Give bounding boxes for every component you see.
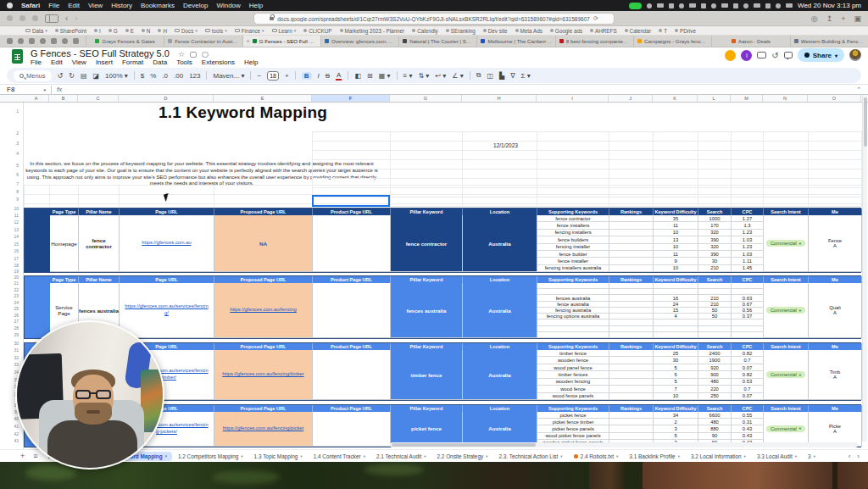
- scroll-tabs-right-icon[interactable]: ›: [857, 453, 860, 460]
- tab-overview-icon[interactable]: ▣: [854, 14, 861, 23]
- row-header-43[interactable]: 43: [0, 438, 19, 443]
- column-header-C[interactable]: C: [78, 95, 119, 102]
- row-header-24[interactable]: 24: [0, 300, 19, 305]
- pinned-tab-icon[interactable]: [7, 38, 13, 44]
- increase-decimals-icon[interactable]: .00: [174, 72, 183, 80]
- horizontal-scrollbar-thumb[interactable]: [392, 443, 536, 447]
- forward-button[interactable]: ›: [75, 14, 77, 23]
- row-header-12[interactable]: 12: [0, 219, 19, 225]
- search-intent-cell[interactable]: Commercial▾: [764, 350, 809, 400]
- horizontal-align-icon[interactable]: ≡ ▾: [403, 72, 413, 80]
- menu-item-window[interactable]: Window: [216, 2, 240, 9]
- menu-item-safari[interactable]: Safari: [21, 2, 40, 9]
- sheet-tab-menu-icon[interactable]: ▾: [486, 454, 487, 458]
- pinned-tab-icon[interactable]: [73, 38, 79, 44]
- search-volume-cell[interactable]: [698, 332, 732, 338]
- row-header-41[interactable]: 41: [0, 424, 19, 429]
- keyword-difficulty-cell[interactable]: 35: [654, 215, 698, 222]
- row-header-8[interactable]: 8: [0, 189, 19, 194]
- cpc-cell[interactable]: 0.82: [732, 371, 764, 378]
- cpc-cell[interactable]: 1.27: [732, 215, 764, 222]
- search-volume-cell[interactable]: 250: [698, 393, 732, 400]
- supporting-keyword-cell[interactable]: wood fence: [537, 386, 609, 392]
- location-cell[interactable]: Australia: [463, 283, 537, 338]
- vertical-align-icon[interactable]: ⇅ ▾: [418, 72, 429, 80]
- move-folder-icon[interactable]: [190, 52, 197, 58]
- cpc-cell[interactable]: 1.03: [732, 251, 764, 258]
- window-zoom-button[interactable]: [32, 15, 38, 21]
- bookmark-learn[interactable]: Learn▾: [272, 28, 297, 34]
- bookmark-marketing-2023-planner[interactable]: Marketing 2023 - Planner: [340, 28, 405, 34]
- column-header-J[interactable]: J: [609, 95, 653, 102]
- search-volume-cell[interactable]: 480: [698, 379, 732, 386]
- bookmark-finance[interactable]: Finance▾: [235, 28, 264, 34]
- menu-item-help[interactable]: Help: [249, 2, 263, 9]
- meta-cell[interactable]: Fence A: [809, 215, 862, 272]
- search-volume-cell[interactable]: 210: [698, 295, 732, 301]
- currency-format-icon[interactable]: $: [141, 72, 144, 80]
- search-icon[interactable]: [776, 3, 781, 8]
- apple-logo-icon[interactable]: [7, 3, 13, 8]
- keyword-difficulty-cell[interactable]: [654, 320, 698, 325]
- present-icon[interactable]: [757, 52, 766, 58]
- search-intent-dropdown[interactable]: Commercial▾: [766, 240, 805, 247]
- supporting-keyword-cell[interactable]: wood picket fence panels: [537, 433, 609, 440]
- search-volume-cell[interactable]: 1900: [698, 357, 732, 364]
- ranking-cell[interactable]: [609, 393, 654, 400]
- vertical-scrollbar[interactable]: [862, 96, 867, 442]
- supporting-keyword-cell[interactable]: wooden fence: [537, 357, 609, 364]
- keyword-difficulty-cell[interactable]: 9: [654, 258, 698, 264]
- sheet-tab-2-2-onsite-strategy[interactable]: 2.2 Onsite Strategy▾: [431, 452, 492, 461]
- sheet-tab-menu-icon[interactable]: ▾: [560, 454, 562, 458]
- supporting-keyword-cell[interactable]: fencing australia: [537, 308, 609, 314]
- sheets-menu-data[interactable]: Data: [153, 58, 167, 66]
- volume-icon[interactable]: [754, 3, 760, 8]
- menus-search-button[interactable]: Menus: [14, 70, 52, 81]
- row-header-30[interactable]: 30: [0, 341, 19, 346]
- search-intent-dropdown[interactable]: Commercial▾: [766, 307, 805, 314]
- location-cell[interactable]: Australia: [463, 412, 537, 447]
- supporting-keyword-cell[interactable]: picket fence panels: [537, 425, 609, 432]
- sheet-tab-2-4-robots-txt[interactable]: 2.4 Robots.txt▾: [569, 452, 624, 461]
- keyword-difficulty-cell[interactable]: 10: [654, 393, 698, 400]
- column-header-G[interactable]: G: [390, 95, 462, 102]
- supporting-keyword-cell[interactable]: [537, 326, 609, 332]
- supporting-keyword-cell[interactable]: fencing installer: [537, 244, 609, 251]
- row-header-14[interactable]: 14: [0, 234, 19, 239]
- keyword-difficulty-cell[interactable]: 5: [654, 379, 698, 386]
- sheet-tab-menu-icon[interactable]: ▾: [241, 454, 242, 458]
- window-minimize-button[interactable]: [19, 15, 25, 21]
- cpc-cell[interactable]: 0.07: [732, 393, 764, 400]
- name-box[interactable]: F8 ▾: [7, 86, 46, 93]
- all-sheets-icon[interactable]: ≡: [30, 452, 41, 460]
- keyword-difficulty-cell[interactable]: 5: [654, 364, 698, 371]
- sheets-menu-view[interactable]: View: [72, 58, 86, 66]
- keyword-difficulty-cell[interactable]: 34: [654, 412, 698, 419]
- row-header-6[interactable]: 6: [0, 172, 19, 177]
- version-history-icon[interactable]: ↺: [771, 51, 778, 60]
- fill-color-icon[interactable]: ◧: [354, 72, 361, 80]
- row-header-42[interactable]: 42: [0, 431, 19, 436]
- reload-icon[interactable]: ⟳: [593, 15, 598, 22]
- bookmark-n[interactable]: N: [142, 28, 151, 34]
- ranking-cell[interactable]: [609, 215, 654, 222]
- row-header-20[interactable]: 20: [0, 275, 19, 280]
- text-wrap-icon[interactable]: ↩ ▾: [435, 72, 446, 80]
- row-header-18[interactable]: 18: [0, 263, 19, 268]
- location-cell[interactable]: Australia: [463, 215, 537, 272]
- menu-item-bookmarks[interactable]: Bookmarks: [141, 2, 175, 9]
- sheet-tab-menu-icon[interactable]: ▾: [300, 454, 302, 458]
- column-header-F[interactable]: F: [312, 95, 390, 102]
- app-icon[interactable]: [657, 3, 664, 8]
- ranking-cell[interactable]: [609, 379, 654, 386]
- row-header-25[interactable]: 25: [0, 306, 19, 311]
- bold-icon[interactable]: B: [302, 72, 312, 80]
- add-sheet-icon[interactable]: +: [17, 452, 28, 460]
- pinned-tab-icon[interactable]: [40, 38, 46, 44]
- browser-tab-3[interactable]: ×G Fences - SEO Full Strategy 5.0...: [242, 36, 320, 47]
- keyword-difficulty-cell[interactable]: [654, 289, 698, 295]
- browser-tab-9[interactable]: Aaron - Deals: [711, 36, 789, 47]
- keyword-difficulty-cell[interactable]: 25: [654, 350, 698, 357]
- cpc-cell[interactable]: 0.7: [732, 386, 764, 392]
- merge-cells-icon[interactable]: ▦ ▾: [379, 72, 391, 80]
